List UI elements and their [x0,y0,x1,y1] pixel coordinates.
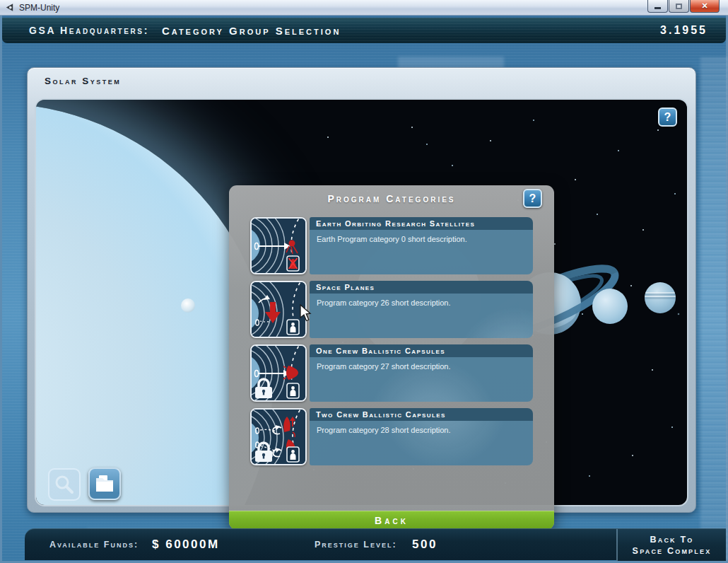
planet [645,282,676,313]
os-titlebar[interactable]: SPM-Unity ✕ [0,0,728,16]
dialog-help-button[interactable]: ? [523,189,542,208]
minimize-icon[interactable] [647,0,668,13]
app-window: SPM-Unity ✕ GSA Headquarters: Category G… [0,0,728,563]
capsule-trajectory-icon [250,344,307,402]
screen-header: GSA Headquarters: Category Group Selecti… [2,18,726,43]
header-location: GSA Headquarters: [29,25,149,36]
close-icon[interactable]: ✕ [690,0,720,13]
solar-system-panel: Solar System [27,67,696,513]
available-funds-label: Available Funds: [49,540,139,550]
page-title: Category Group Selection [162,25,341,37]
crew-icon [287,383,299,398]
crew-icon [287,320,299,335]
category-title: Two Crew Ballistic Capsules [310,408,533,421]
zoom-button[interactable] [48,468,81,501]
button-label-line1: Back To [650,534,693,545]
status-bar: Available Funds: $ 60000M Prestige Level… [25,528,726,560]
question-mark-icon: ? [664,111,671,124]
prestige-level-label: Prestige Level: [315,540,397,550]
space-plane-trajectory-icon [250,281,307,338]
prestige-level-value: 500 [412,538,438,552]
unmanned-icon [287,256,299,271]
scene-help-button[interactable]: ? [658,108,677,127]
category-description: Program category 27 short description. [310,357,533,402]
category-description: Program category 28 short description. [310,421,533,465]
game-date: 3.1955 [660,24,708,37]
planet [592,289,628,324]
panel-title: Solar System [45,76,121,86]
button-label-line2: Space Complex [633,545,712,557]
folder-icon [94,474,115,494]
mouse-cursor [300,304,312,323]
starfield [36,100,37,101]
magnifier-icon [54,474,75,495]
category-description: Program category 26 short description. [310,294,533,338]
back-to-space-complex-button[interactable]: Back To Space Complex [616,529,726,561]
archive-button[interactable] [88,468,121,500]
crew-icon [287,447,299,462]
two-capsule-trajectory-icon [250,408,307,465]
program-categories-dialog: Program Categories ? [229,185,554,530]
background-structure [700,58,728,562]
category-row-space-planes[interactable]: Space Planes Program category 26 short d… [250,281,533,338]
category-row-one-crew-capsules[interactable]: One Crew Ballistic Capsules Program cate… [250,344,533,402]
category-title: Space Planes [310,281,533,294]
available-funds-value: $ 60000M [152,538,220,552]
back-button[interactable]: Back [229,511,554,530]
moon [181,298,195,313]
dialog-title: Program Categories [229,193,554,204]
satellite-trajectory-icon [250,217,307,274]
category-title: One Crew Ballistic Capsules [310,344,533,357]
category-title: Earth Orbiting Research Satellites [310,217,533,230]
category-description: Earth Program category 0 short descripti… [310,230,533,274]
unity-logo-icon [4,2,15,13]
category-row-two-crew-capsules[interactable]: Two Crew Ballistic Capsules Program cate… [250,408,533,465]
maximize-icon[interactable] [669,0,689,13]
question-mark-icon: ? [529,192,536,205]
window-title: SPM-Unity [19,3,59,13]
category-row-earth-satellites[interactable]: Earth Orbiting Research Satellites Earth… [250,217,533,274]
